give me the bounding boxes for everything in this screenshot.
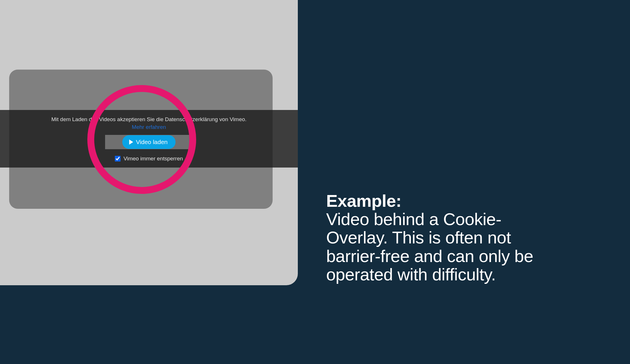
always-unlock-checkbox[interactable] bbox=[115, 156, 121, 162]
caption-body: Video behind a Cookie-Overlay. This is o… bbox=[326, 210, 533, 284]
screenshot-panel: Mit dem Laden des Videos akzeptieren Sie… bbox=[0, 0, 298, 285]
always-unlock-row[interactable]: Vimeo immer entsperren bbox=[115, 156, 183, 162]
always-unlock-label: Vimeo immer entsperren bbox=[123, 156, 183, 162]
consent-text: Mit dem Laden des Videos akzeptieren Sie… bbox=[51, 116, 247, 123]
load-video-label: Video laden bbox=[136, 139, 168, 145]
cookie-overlay: Mit dem Laden des Videos akzeptieren Sie… bbox=[0, 110, 298, 168]
slide-caption: Example: Video behind a Cookie-Overlay. … bbox=[326, 192, 550, 284]
load-video-button[interactable]: Video laden bbox=[122, 135, 176, 149]
learn-more-link[interactable]: Mehr erfahren bbox=[132, 124, 166, 130]
play-icon bbox=[129, 139, 133, 145]
caption-heading: Example: bbox=[326, 191, 401, 210]
button-backdrop: Video laden bbox=[105, 135, 193, 149]
